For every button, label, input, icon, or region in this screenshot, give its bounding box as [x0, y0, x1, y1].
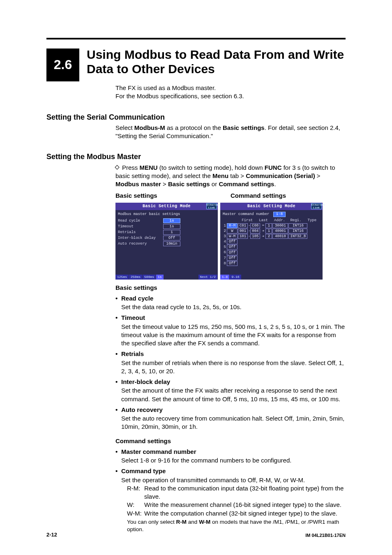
master-step: Press MENU (to switch to setting mode), … [115, 164, 346, 189]
text-bold: Modbus master [115, 180, 161, 187]
text: or [210, 180, 219, 187]
footer-tab: 125ms [115, 275, 129, 280]
bullet-label: Timeout [121, 314, 145, 322]
footer-tab: 500ms [143, 275, 156, 280]
screenshots-row: Basic Setting Mode Ethernet Link Modbus … [115, 203, 346, 280]
bullet-dot: • [115, 467, 121, 475]
cmd-row: 4Off [223, 239, 320, 244]
cmd-row: 3W-M101-105➔240010INT32_B [223, 234, 320, 239]
cmd-row: 1R-MC01-C08⬅130001INT16 [223, 223, 320, 228]
top-rule [46, 38, 346, 39]
screen-field: Timeout1s [118, 224, 215, 229]
text: (to switch to setting mode), hold down [158, 164, 265, 171]
text: as a protocol on the [165, 124, 223, 131]
ctype-row: R-M:Read to the communication input data… [127, 484, 346, 501]
section-title: Using Modbus to Read Data From and Write… [87, 48, 346, 76]
screenshot-command: Basic Setting Mode Ethernet Link Master … [220, 203, 323, 280]
bullet-label: Read cycle [121, 294, 153, 303]
text: Select [115, 124, 134, 131]
serial-body: Select Modbus-M as a protocol on the Bas… [115, 124, 346, 141]
text-bold: Command settings [219, 180, 274, 187]
text-bold: W-M [199, 519, 210, 525]
screenshot-label-command: Command settings [231, 192, 346, 200]
cmd-row: 2W001-004➔140001INT16 [223, 229, 320, 234]
footer-tab: 1s [156, 275, 164, 280]
screen-title: Basic Setting Mode [247, 204, 295, 208]
screen-titlebar: Basic Setting Mode Ethernet Link [115, 203, 218, 210]
bullet-body: Set the timeout value to 125 ms, 250 ms,… [121, 323, 346, 348]
section-heading: 2.6 Using Modbus to Read Data From and W… [46, 48, 346, 81]
screen-field: Read cycle1s [118, 218, 215, 223]
bullet-dot: • [115, 406, 121, 414]
screen-subtitle: Modbus master basic settings [118, 212, 215, 217]
cmd-header-cell: Addr. [272, 218, 288, 223]
cmd-header-cell: Last [255, 218, 271, 223]
bullet-body: Set the operation of transmitted command… [121, 476, 346, 484]
h2-serial: Setting the Serial Communication [46, 112, 346, 122]
cmd-header-cell: Regi. [288, 218, 304, 223]
text-bold: Basic settings [168, 180, 210, 187]
ctype-rows: R-M:Read to the communication input data… [127, 484, 346, 518]
text: Press [122, 164, 140, 171]
bullet-auto-recovery: •Auto recovery [115, 406, 346, 414]
text-bold: FUNC [265, 164, 282, 171]
screen-field: Auto recovery10min [118, 241, 215, 246]
intro-line-1: The FX is used as a Modbus master. [115, 84, 346, 92]
screen-field: Inter-block delayOff [118, 236, 215, 240]
text-bold: MENU [140, 164, 158, 171]
bullet-dot: • [115, 314, 121, 322]
cmd-header: FirstLastAddr.Regi.Type [239, 218, 320, 223]
screen-subtitle: Master command number 1-8 [223, 212, 320, 217]
h3-command-settings: Command settings [115, 437, 346, 445]
cmd-header-cell: Type [304, 218, 320, 223]
footer-tab: 250ms [129, 275, 143, 280]
bullet-inter-block-delay: •Inter-block delay [115, 378, 346, 386]
text-bold: Basic settings [223, 124, 265, 131]
h2-master: Setting the Modbus Master [46, 152, 346, 162]
screen-field: Retrials1 [118, 230, 215, 235]
h3-basic-settings: Basic settings [115, 284, 346, 292]
ethernet-icon: Ethernet Link [206, 203, 217, 209]
screen-footer-tabs: 125ms250ms500ms1s Next 1/2 [115, 275, 218, 280]
next-tab: Next 1/2 [198, 275, 218, 280]
cmd-row: 7Off [223, 256, 320, 261]
screenshot-label-basic: Basic settings [115, 192, 231, 200]
bullet-command-type: • Command type [115, 467, 346, 475]
ctype-row: W-M:Write the computation channel (32-bi… [127, 509, 346, 518]
bullet-retrials: •Retrials [115, 350, 346, 358]
bullet-timeout: •Timeout [115, 314, 346, 322]
screen-titlebar: Basic Setting Mode Ethernet Link [220, 203, 323, 210]
bullet-body: Set the data read cycle to 1s, 2s, 5s, o… [121, 303, 346, 311]
diamond-icon [115, 165, 119, 169]
screenshot-basic: Basic Setting Mode Ethernet Link Modbus … [115, 203, 218, 280]
bullet-body: Set the amount of time the FX waits afte… [121, 386, 346, 403]
cmd-header-cell: First [239, 218, 255, 223]
text: You can only select [127, 519, 176, 525]
ctype-row: W:Write the measurement channel (16-bit … [127, 501, 346, 509]
text: and [187, 519, 199, 525]
bullet-body: Set the number of retrials when there is… [121, 359, 346, 376]
bullet-read-cycle: •Read cycle [115, 294, 346, 303]
bullet-master-command-number: • Master command number [115, 448, 346, 456]
bullet-body: Select 1-8 or 9-16 for the command numbe… [121, 456, 346, 465]
bullet-dot: • [115, 350, 121, 358]
cmd-row: 8Off [223, 261, 320, 266]
bullet-dot: • [115, 294, 121, 303]
screen-footer-tabs: 1-89-16 [220, 275, 323, 280]
footer-tab: 1-8 [220, 275, 230, 280]
intro-line-2: For the Modbus specifications, see secti… [115, 92, 346, 100]
text: Master command number [223, 212, 269, 216]
cmd-row: 6Off [223, 250, 320, 255]
screen-title: Basic Setting Mode [143, 204, 191, 208]
document-code: IM 04L21B01-17EN [305, 532, 346, 539]
text: tab > [228, 172, 246, 179]
text: > [315, 172, 321, 179]
ethernet-icon: Ethernet Link [311, 203, 322, 209]
text: > [161, 180, 168, 187]
bullet-label: Master command number [121, 448, 196, 456]
text-bold: Communication (Serial) [246, 172, 315, 179]
ctype-note: You can only select R-M and W-M on model… [127, 518, 346, 533]
section-number: 2.6 [46, 49, 79, 81]
bullet-label: Inter-block delay [121, 378, 170, 386]
cmd-row: 5Off [223, 245, 320, 250]
